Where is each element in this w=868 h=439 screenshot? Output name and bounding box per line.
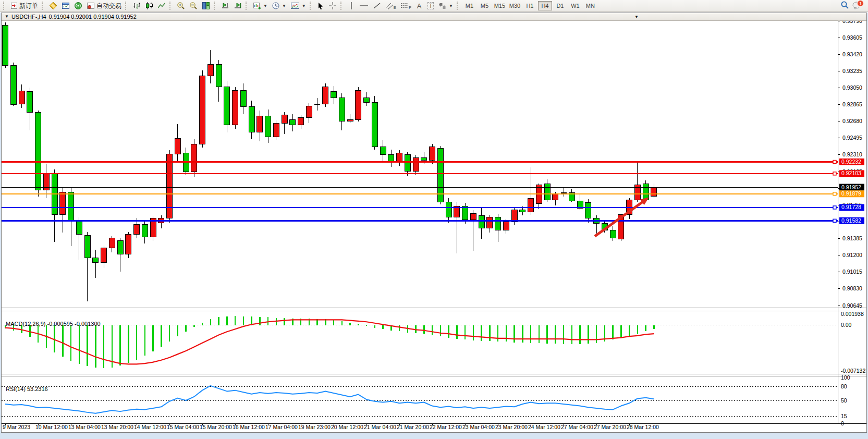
candle-body <box>643 184 649 200</box>
candle-body <box>27 91 33 112</box>
toolbar-grip <box>169 2 172 10</box>
channel-tool-button[interactable]: E <box>384 1 398 11</box>
time-tick-label: 19 Mar 23:00 <box>298 424 331 430</box>
zoom-out-button[interactable] <box>188 1 199 11</box>
timeframe-m30[interactable]: M30 <box>508 1 522 10</box>
bar-chart-mode-button[interactable] <box>131 1 142 11</box>
candle-body <box>323 87 328 104</box>
price-badge-label: 0.91879 <box>841 190 861 197</box>
line-chart-mode-button[interactable] <box>156 1 167 11</box>
text-tool-button[interactable]: A <box>414 1 424 11</box>
level-line-handle <box>833 172 836 175</box>
candle-body <box>109 238 115 248</box>
metaeditor-button[interactable] <box>47 1 59 11</box>
toolbar-grip <box>125 2 128 10</box>
time-tick-label: 9 Mar 2023 <box>3 424 30 430</box>
price-tick-label: 0.92495 <box>842 135 862 141</box>
candle-body <box>76 222 82 235</box>
timeframe-h4[interactable]: H4 <box>538 1 552 10</box>
timeframe-m15[interactable]: M15 <box>493 1 507 10</box>
candle-body <box>487 217 493 228</box>
time-tick-label: 20 Mar 12:00 <box>331 424 363 430</box>
time-tick-label: 27 Mar 20:00 <box>594 424 626 430</box>
price-tick-label: 0.93235 <box>842 68 862 74</box>
candle-body <box>446 202 451 217</box>
templates-dropdown[interactable]: ▼ <box>289 1 308 11</box>
candle-body <box>10 66 16 105</box>
chart-menu-triangle-icon[interactable]: ▼ <box>634 15 639 19</box>
chart-ohlc-readout: 0.91904 0.92001 0.91904 0.91952 <box>49 14 137 20</box>
price-tick-label: 0.90830 <box>842 285 862 291</box>
candle-body <box>380 147 386 155</box>
notifications-button[interactable]: 1 <box>852 1 863 10</box>
new-order-button[interactable]: 新订单 <box>9 1 40 11</box>
cursor-tool-button[interactable] <box>315 1 326 11</box>
tile-windows-button[interactable] <box>200 1 212 11</box>
candle-body <box>233 91 238 125</box>
fibonacci-tool-button[interactable]: F <box>399 1 413 11</box>
zoom-in-button[interactable] <box>175 1 187 11</box>
chart-symbol-period: USDCHF-,H4 <box>11 14 46 20</box>
candle-body <box>298 118 304 125</box>
candle-body <box>249 107 254 132</box>
candlestick-mode-button[interactable] <box>143 1 155 11</box>
price-tick-label: 0.91200 <box>842 252 862 258</box>
autotrading-button[interactable]: 自动交易 <box>85 1 123 11</box>
chart-canvas[interactable]: 0.937900.936050.934200.932350.930500.928… <box>2 21 866 432</box>
fibonacci-icon <box>400 2 409 10</box>
periods-dropdown[interactable]: ▼ <box>270 1 288 11</box>
toolbar-grip <box>457 2 459 10</box>
candle-body <box>495 217 501 230</box>
candle-body <box>610 230 616 238</box>
notification-count-badge: 1 <box>857 0 864 7</box>
main-toolbar: 新订单 自动交易 <box>0 0 868 12</box>
timeframe-m1[interactable]: M1 <box>462 1 476 10</box>
label-tool-button[interactable]: T <box>425 1 436 11</box>
timeframe-m5[interactable]: M5 <box>478 1 492 10</box>
candle-body <box>405 155 410 171</box>
vertical-line-tool-button[interactable] <box>346 1 357 11</box>
auto-scroll-button[interactable] <box>232 1 243 11</box>
time-tick-label: 28 Mar 12:00 <box>627 424 659 430</box>
candle-body <box>93 258 99 263</box>
price-tick-label: 0.92310 <box>842 151 862 157</box>
panel-separator <box>2 308 866 311</box>
timeframe-w1[interactable]: W1 <box>568 1 582 10</box>
open-chart-window-button[interactable] <box>60 1 71 11</box>
chevron-down-icon: ▼ <box>282 4 286 8</box>
candle-body <box>553 194 558 200</box>
price-badge-label: 0.92103 <box>841 170 861 176</box>
rsi-axis-label: 15 <box>841 413 847 419</box>
new-chart-dropdown[interactable]: ▼ <box>251 1 269 11</box>
candle-body <box>175 139 180 154</box>
candle-body <box>224 87 230 125</box>
price-tick-label: 0.92680 <box>842 118 862 124</box>
horizontal-line-icon <box>359 2 369 10</box>
time-tick-label: 27 Mar 04:00 <box>561 424 593 430</box>
candle-body <box>585 203 591 218</box>
chart-shift-button[interactable] <box>219 1 231 11</box>
signals-button[interactable] <box>72 1 84 11</box>
crosshair-tool-button[interactable] <box>327 1 338 11</box>
candle-body <box>421 157 427 160</box>
price-tick-label: 0.93420 <box>842 51 862 57</box>
timeframe-h1[interactable]: H1 <box>523 1 537 10</box>
horizontal-line-tool-button[interactable] <box>358 1 370 11</box>
price-tick-label: 0.93790 <box>842 21 862 24</box>
candlestick-icon <box>145 2 153 10</box>
toolbar-grip <box>340 2 343 10</box>
chart-window-icon <box>62 2 70 10</box>
time-tick-label: 21 Mar 04:00 <box>364 424 396 430</box>
shapes-dropdown[interactable]: ▼ <box>437 1 455 11</box>
macd-axis-label: -0.007132 <box>841 368 865 374</box>
candle-body <box>142 225 148 237</box>
timeframe-mn[interactable]: MN <box>583 1 597 10</box>
search-icon[interactable] <box>840 1 849 11</box>
equidistant-channel-icon <box>385 2 394 10</box>
trendline-tool-button[interactable] <box>371 1 383 11</box>
arrows-shapes-icon <box>438 2 447 10</box>
collapse-triangle-icon[interactable]: ▼ <box>5 15 9 19</box>
zoom-in-icon <box>177 2 185 10</box>
timeframe-d1[interactable]: D1 <box>553 1 567 10</box>
toolbar-grip <box>42 2 44 10</box>
